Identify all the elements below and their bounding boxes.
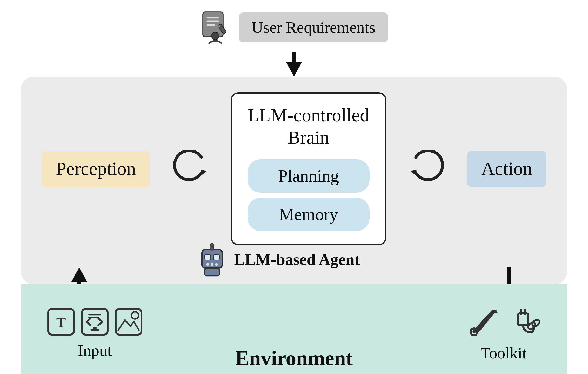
svg-marker-7	[201, 170, 207, 175]
memory-box: Memory	[248, 198, 370, 231]
toolkit-icons	[466, 305, 541, 339]
svg-marker-8	[410, 170, 417, 175]
memory-label: Memory	[279, 205, 338, 224]
svg-point-15	[211, 263, 213, 266]
inner-row: Perception LLM-controlledBrain Planning	[42, 92, 546, 245]
arrow-head	[286, 62, 302, 77]
plug-icon	[505, 305, 541, 339]
top-section: User Requirements	[200, 10, 389, 44]
main-agent-box: Perception LLM-controlledBrain Planning	[21, 77, 567, 284]
arrowhead-up-left	[71, 267, 87, 282]
svg-rect-29	[518, 313, 528, 325]
agent-label: LLM-based Agent	[234, 250, 360, 269]
svg-text:T: T	[56, 315, 66, 331]
image-input-icon	[114, 307, 143, 336]
svg-point-14	[206, 263, 209, 266]
svg-rect-24	[93, 327, 97, 330]
svg-rect-22	[88, 317, 98, 318]
diagram-wrapper: User Requirements Perception	[0, 0, 588, 374]
svg-rect-1	[206, 17, 219, 18]
robot-section: LLM-based Agent	[195, 243, 360, 277]
planning-label: Planning	[278, 166, 339, 185]
svg-point-6	[211, 32, 219, 40]
perception-box: Perception	[42, 151, 150, 187]
action-box: Action	[467, 151, 546, 187]
input-icons: T	[47, 307, 143, 336]
svg-rect-3	[206, 24, 215, 26]
brain-title-text: LLM-controlledBrain	[248, 105, 369, 148]
svg-rect-20	[82, 309, 108, 335]
perception-label: Perception	[56, 158, 136, 179]
toolkit-label: Toolkit	[480, 344, 527, 362]
brain-title: LLM-controlledBrain	[248, 104, 369, 149]
input-label: Input	[78, 341, 112, 360]
text-input-icon: T	[47, 307, 75, 336]
user-requirements-box: User Requirements	[239, 12, 389, 42]
code-input-icon	[81, 307, 109, 336]
arrow-stem	[292, 52, 296, 62]
planning-box: Planning	[248, 159, 370, 193]
svg-rect-13	[213, 254, 219, 260]
cycle-arrow-right	[409, 150, 445, 187]
svg-rect-2	[206, 20, 219, 22]
toolkit-section: Toolkit	[466, 305, 541, 362]
user-requirements-icon	[200, 10, 231, 44]
environment-section: T	[21, 284, 567, 374]
cycle-arrow-left	[172, 150, 209, 187]
action-label: Action	[481, 158, 532, 179]
user-requirements-label: User Requirements	[252, 18, 376, 36]
svg-rect-17	[205, 268, 219, 276]
robot-icon	[195, 243, 229, 277]
environment-label: Environment	[235, 346, 353, 370]
arrow-top-down	[286, 52, 302, 77]
svg-point-16	[215, 263, 218, 266]
svg-point-11	[210, 243, 214, 247]
svg-rect-12	[205, 254, 211, 260]
svg-point-26	[131, 312, 139, 319]
brain-box: LLM-controlledBrain Planning Memory	[231, 92, 386, 245]
svg-rect-21	[88, 314, 101, 316]
input-section: T	[47, 307, 143, 360]
wrench-icon	[466, 305, 502, 339]
